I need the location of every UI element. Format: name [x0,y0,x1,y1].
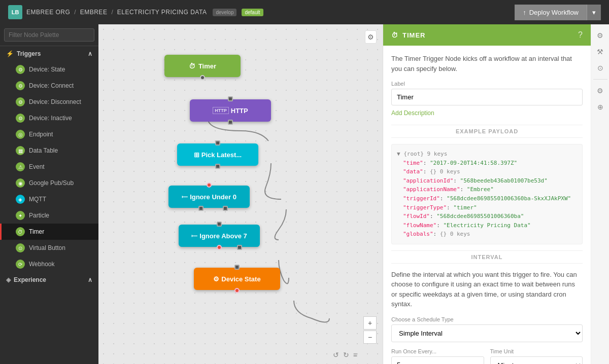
ignore-under-input-port [207,183,212,188]
right-settings-button[interactable]: ⚙ [593,28,607,43]
node-pick-latest[interactable]: ⊞ Pick Latest... [177,143,258,166]
experience-chevron: ∧ [88,276,92,283]
device-connect-icon: ⚙ [16,81,25,90]
label-input[interactable] [391,89,583,105]
right-global-button[interactable]: ⊕ [593,100,607,114]
experience-section-header[interactable]: ◈ Experience ∧ [0,272,98,287]
deploy-label: Deploy Workflow [529,9,579,16]
payload-appname: "applicationName": "Embree" [397,185,577,194]
node-ignore-above[interactable]: ⟝ Ignore Above 7 [179,225,260,247]
label-field-label: Label [391,81,583,87]
sidebar-item-endpoint[interactable]: ◎ Endpoint [0,126,98,142]
pick-output-port [215,164,220,169]
sidebar-filter-area [0,24,98,46]
canvas-settings-button[interactable]: ⚙ [365,30,377,44]
sidebar-section-triggers: ⚡ Triggers ∧ ⚙ Device: State ⚙ Device: C… [0,46,98,272]
sidebar-item-timer[interactable]: ⏱ Timer [0,224,98,240]
trigger-icon: ⚡ [6,50,14,57]
triggers-section-header[interactable]: ⚡ Triggers ∧ [0,46,98,61]
node-timer[interactable]: ⏱ Timer [164,55,241,77]
http-input-port [228,96,233,101]
sidebar-item-google-pubsub[interactable]: ◉ Google Pub/Sub [0,175,98,191]
zoom-out-button[interactable]: − [363,331,377,344]
panel-help-icon[interactable]: ? [578,30,583,40]
event-icon: ⚠ [16,162,25,171]
breadcrumb-flow[interactable]: ELECTRICITY PRICING DATA [117,9,207,16]
undo-button[interactable]: ↺ [333,351,339,359]
ignore-above-label: Ignore Above 7 [199,232,247,240]
add-description-link[interactable]: Add Description [391,110,583,117]
filter-input[interactable] [4,28,94,42]
sidebar-item-particle[interactable]: ✦ Particle [0,207,98,224]
redo-button[interactable]: ↻ [343,351,349,359]
canvas-area[interactable]: ⚙ ⏱ Timer HTTP [98,24,383,364]
sidebar-item-device-inactive[interactable]: ⚙ Device: Inactive [0,110,98,126]
sidebar-item-webhook[interactable]: ⟳ Webhook [0,256,98,272]
sidebar-item-device-connect[interactable]: ⚙ Device: Connect [0,78,98,94]
ignore-above-output-port [217,245,222,250]
mqtt-label: MQTT [29,196,46,203]
panel-timer-icon: ⏱ [391,31,398,39]
panel-header: ⏱ TIMER ? [383,24,591,46]
virtual-button-label: Virtual Button [29,244,65,251]
schedule-type-label: Choose a Schedule Type [391,316,583,322]
run-once-input[interactable] [391,356,484,364]
zoom-in-button[interactable]: + [363,316,377,330]
device-inactive-label: Device: Inactive [29,115,72,122]
deploy-dropdown-button[interactable]: ▾ [587,5,601,20]
endpoint-icon: ◎ [16,130,25,139]
interval-title: INTERVAL [391,250,583,264]
node-http[interactable]: HTTP HTTP [190,99,271,122]
interval-desc: Define the interval at which you want th… [391,270,583,309]
code-icon: ⚒ [597,48,603,56]
deploy-icon: ↑ [523,9,526,16]
particle-icon: ✦ [16,211,25,220]
breadcrumb: LB EMBREE ORG / EMBREE / ELECTRICITY PRI… [8,5,263,19]
right-code-button[interactable]: ⚒ [593,45,607,59]
payload-box: ▼ {root} 9 keys "time": "2017-09-20T14:4… [391,144,583,244]
mqtt-icon: ◈ [16,195,25,204]
sidebar: ⚡ Triggers ∧ ⚙ Device: State ⚙ Device: C… [0,24,98,364]
experience-icon: ◈ [6,276,11,283]
endpoint-label: Endpoint [29,131,53,138]
payload-triggerid: "triggerId": "568dcdee86985501006360ba-S… [397,194,577,203]
device-state-node-icon: ⚙ [213,275,219,283]
sidebar-item-device-disconnect[interactable]: ⚙ Device: Disconnect [0,94,98,110]
breadcrumb-org[interactable]: EMBREE ORG [26,9,70,16]
ignore-above-input-port [217,222,222,227]
payload-root: ▼ {root} 9 keys [397,150,577,159]
breadcrumb-app[interactable]: EMBREE [80,9,108,16]
time-unit-label: Time Unit [490,348,583,354]
right-debug-button[interactable]: ⚙ [593,84,607,98]
pick-input-port [215,140,220,145]
node-ignore-under[interactable]: ⟝ Ignore Under 0 [168,186,250,208]
particle-label: Particle [29,212,49,219]
time-unit-select[interactable]: Seconds Minutes Hours Days [490,356,583,364]
sidebar-item-device-state[interactable]: ⚙ Device: State [0,61,98,78]
payload-triggertype: "triggerType": "timer" [397,203,577,212]
payload-data: "data": {} 0 keys [397,167,577,176]
run-once-col: Run Once Every... [391,348,484,364]
right-storage-button[interactable]: ⊙ [593,61,607,75]
menu-button[interactable]: ≡ [353,351,357,359]
sidebar-item-mqtt[interactable]: ◈ MQTT [0,191,98,207]
sidebar-item-event[interactable]: ⚠ Event [0,159,98,175]
canvas-zoom-controls: + − [363,316,377,344]
deploy-group: ↑ Deploy Workflow ▾ [515,5,601,20]
panel-description: The Timer Trigger Node kicks off a workf… [391,54,583,74]
ignore-above-icon: ⟝ [191,232,197,240]
deploy-button[interactable]: ↑ Deploy Workflow [515,5,587,20]
badge-develop: develop [213,9,236,16]
triggers-chevron: ∧ [88,50,92,57]
schedule-type-select[interactable]: Simple Interval Cron Weekday/Time [391,324,583,342]
http-node-label: HTTP [231,107,248,115]
device-state-label: Device: State [29,66,65,73]
panel-title-text: TIMER [402,31,425,39]
webhook-label: Webhook [29,261,54,268]
sidebar-item-virtual-button[interactable]: ⊙ Virtual Button [0,240,98,256]
webhook-icon: ⟳ [16,260,25,269]
node-device-state[interactable]: ⚙ Device State [194,268,280,290]
sidebar-item-data-table[interactable]: ▦ Data Table [0,142,98,159]
global-icon: ⊕ [597,103,603,111]
settings-icon: ⚙ [597,31,603,40]
